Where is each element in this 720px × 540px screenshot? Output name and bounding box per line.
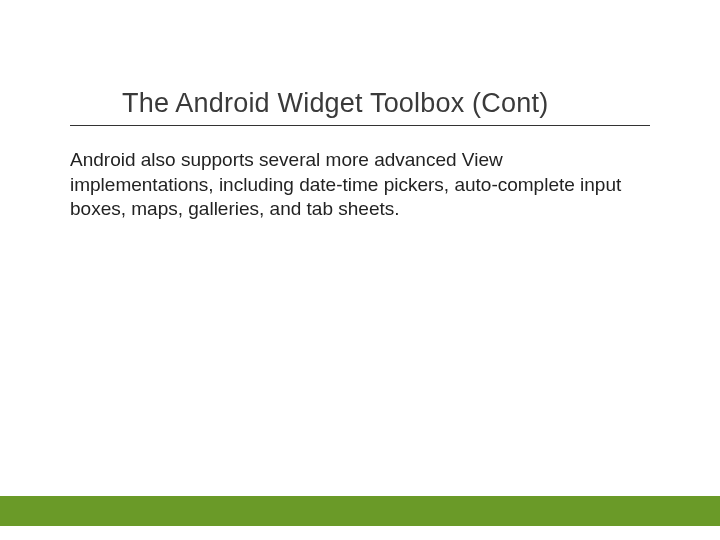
body-area: Android also supports several more advan… <box>70 148 650 222</box>
footer-bar <box>0 496 720 526</box>
slide: The Android Widget Toolbox (Cont) Androi… <box>0 0 720 540</box>
slide-body-text: Android also supports several more advan… <box>70 148 650 222</box>
title-area: The Android Widget Toolbox (Cont) <box>70 88 650 126</box>
slide-title: The Android Widget Toolbox (Cont) <box>122 88 650 119</box>
